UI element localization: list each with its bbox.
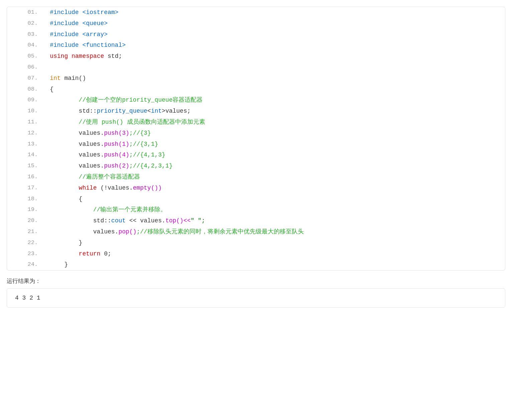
line-number: 19. — [7, 204, 43, 215]
code-token: ;//{3,1} — [129, 141, 158, 147]
code-token: } — [50, 261, 68, 268]
table-row: 20. std::cout << values.top()<<" "; — [7, 215, 505, 226]
line-number: 15. — [7, 161, 43, 172]
table-row: 09. //创建一个空的priority_queue容器适配器 — [7, 95, 505, 106]
line-code: #include <queue> — [43, 18, 505, 29]
code-token: " "; — [191, 217, 205, 224]
line-code: //输出第一个元素并移除。 — [43, 204, 505, 215]
line-code: values.push(3);//{3} — [43, 128, 505, 139]
table-row: 22. } — [7, 237, 505, 248]
table-row: 03.#include <array> — [7, 29, 505, 40]
line-code: using namespace std; — [43, 51, 505, 62]
line-code: values.push(1);//{3,1} — [43, 139, 505, 150]
code-token: #include <queue> — [50, 20, 108, 27]
line-number: 21. — [7, 226, 43, 237]
line-number: 12. — [7, 128, 43, 139]
code-token: //创建一个空的priority_queue容器适配器 — [50, 97, 203, 103]
code-table: 01.#include <iostream>02.#include <queue… — [7, 7, 505, 270]
code-token: top()<< — [165, 217, 191, 224]
line-number: 03. — [7, 29, 43, 40]
table-row: 06. — [7, 62, 505, 73]
code-token: pop() — [118, 228, 136, 235]
table-row: 23. return 0; — [7, 248, 505, 259]
code-token: empty()) — [133, 185, 162, 191]
line-number: 22. — [7, 237, 43, 248]
code-token: ;//{4,2,3,1} — [129, 163, 173, 169]
line-code: return 0; — [43, 248, 505, 259]
table-row: 17. while (!values.empty()) — [7, 183, 505, 194]
table-row: 05.using namespace std; — [7, 51, 505, 62]
code-token: #include <array> — [50, 31, 108, 38]
code-token: while — [79, 185, 97, 191]
table-row: 11. //使用 push() 成员函数向适配器中添加元素 — [7, 117, 505, 128]
line-code: int main() — [43, 73, 505, 84]
line-code: #include <iostream> — [43, 7, 505, 18]
line-number: 24. — [7, 259, 43, 270]
code-block: 01.#include <iostream>02.#include <queue… — [7, 7, 505, 271]
code-token: { — [50, 86, 53, 93]
line-code: #include <functional> — [43, 40, 505, 51]
table-row: 19. //输出第一个元素并移除。 — [7, 204, 505, 215]
line-number: 23. — [7, 248, 43, 259]
line-code: #include <array> — [43, 29, 505, 40]
code-token: //使用 push() 成员函数向适配器中添加元素 — [50, 119, 205, 125]
line-number: 06. — [7, 62, 43, 73]
code-token: std:: — [50, 217, 111, 224]
table-row: 14. values.push(4);//{4,1,3} — [7, 149, 505, 161]
line-code: values.pop();//移除队头元素的同时，将剩余元素中优先级最大的移至队… — [43, 226, 505, 237]
line-number: 01. — [7, 7, 43, 18]
code-token: } — [50, 239, 82, 246]
table-row: 16. //遍历整个容器适配器 — [7, 172, 505, 183]
code-token — [68, 53, 72, 60]
code-token: main() — [61, 75, 86, 82]
line-number: 07. — [7, 73, 43, 84]
table-row: 04.#include <functional> — [7, 40, 505, 51]
line-number: 18. — [7, 194, 43, 205]
code-token: //遍历整个容器适配器 — [50, 174, 140, 180]
code-token: push(2) — [104, 163, 129, 169]
code-token — [50, 185, 79, 191]
code-token: cout — [111, 217, 126, 224]
table-row: 13. values.push(1);//{3,1} — [7, 139, 505, 150]
code-token: push(3) — [104, 130, 129, 136]
line-code: values.push(2);//{4,2,3,1} — [43, 161, 505, 172]
code-token: push(1) — [104, 141, 129, 147]
code-token: return — [79, 250, 101, 257]
line-number: 08. — [7, 84, 43, 95]
table-row: 02.#include <queue> — [7, 18, 505, 29]
code-token: //输出第一个元素并移除。 — [50, 206, 166, 213]
code-token: 0; — [100, 250, 111, 257]
code-token: std; — [104, 53, 122, 60]
code-token: std:: — [50, 108, 97, 114]
code-token: << values. — [126, 217, 165, 224]
code-token: ;//{4,1,3} — [129, 151, 165, 158]
line-number: 05. — [7, 51, 43, 62]
code-token: values. — [50, 141, 104, 147]
line-code: //遍历整个容器适配器 — [43, 172, 505, 183]
line-number: 04. — [7, 40, 43, 51]
code-token: ;//移除队头元素的同时，将剩余元素中优先级最大的移至队头 — [136, 228, 303, 235]
code-token: push(4) — [104, 151, 129, 158]
code-token: ;//{3} — [129, 130, 151, 136]
code-token: #include <functional> — [50, 42, 126, 48]
table-row: 15. values.push(2);//{4,2,3,1} — [7, 161, 505, 172]
table-row: 01.#include <iostream> — [7, 7, 505, 18]
table-row: 18. { — [7, 194, 505, 205]
line-code: //使用 push() 成员函数向适配器中添加元素 — [43, 117, 505, 128]
line-code: std::priority_queue<int>values; — [43, 106, 505, 117]
table-row: 12. values.push(3);//{3} — [7, 128, 505, 139]
code-token: values. — [50, 163, 104, 169]
code-token: { — [50, 196, 82, 202]
line-number: 02. — [7, 18, 43, 29]
line-number: 17. — [7, 183, 43, 194]
result-block: 4 3 2 1 — [7, 288, 505, 308]
code-token — [50, 250, 79, 257]
line-number: 09. — [7, 95, 43, 106]
result-label: 运行结果为： — [7, 277, 505, 285]
line-code: //创建一个空的priority_queue容器适配器 — [43, 95, 505, 106]
table-row: 07.int main() — [7, 73, 505, 84]
result-value: 4 3 2 1 — [15, 295, 40, 301]
code-token: using — [50, 53, 68, 60]
code-token: namespace — [72, 53, 104, 60]
code-token: priority_queue — [97, 108, 147, 114]
